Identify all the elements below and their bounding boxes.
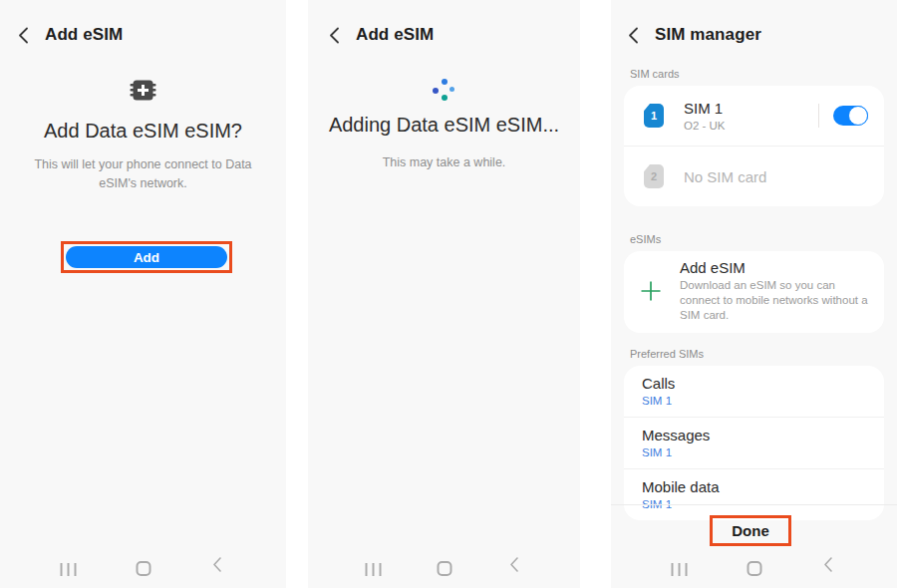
- esims-card: Add eSIM Download an eSIM so you can con…: [624, 251, 884, 333]
- sim1-badge-icon: 1: [644, 104, 664, 128]
- page-title: Add eSIM: [356, 25, 434, 45]
- preferred-value: SIM 1: [642, 395, 866, 407]
- preferred-row-mobile-data[interactable]: Mobile data SIM 1: [624, 469, 884, 520]
- recents-icon[interactable]: [58, 563, 79, 576]
- header: Add eSIM: [0, 0, 286, 49]
- progress-description: This may take a while.: [308, 153, 580, 172]
- sim2-row[interactable]: 2 No SIM card: [624, 147, 884, 206]
- page-title: SIM manager: [655, 25, 761, 45]
- navigation-bar: [308, 540, 580, 588]
- bottom-separator: [611, 504, 897, 505]
- add-esim-title: Add eSIM: [680, 259, 870, 276]
- plus-icon: [640, 280, 662, 302]
- sim1-toggle-area: [818, 104, 868, 128]
- sim1-subtitle: O2 - UK: [684, 120, 726, 132]
- toggle-divider: [818, 104, 819, 128]
- confirm-description: This will let your phone connect to Data…: [0, 155, 286, 193]
- header: Add eSIM: [308, 0, 580, 49]
- recents-icon[interactable]: [669, 563, 690, 576]
- sim1-row[interactable]: 1 SIM 1 O2 - UK: [624, 86, 884, 146]
- sim2-title: No SIM card: [684, 168, 766, 185]
- back-chevron-icon[interactable]: [329, 27, 340, 44]
- loading-spinner-icon: [433, 79, 455, 101]
- back-icon[interactable]: [213, 557, 222, 576]
- add-esim-row[interactable]: Add eSIM Download an eSIM so you can con…: [624, 251, 884, 333]
- navigation-bar: [0, 540, 286, 588]
- preferred-row-messages[interactable]: Messages SIM 1: [624, 418, 884, 468]
- sim1-toggle[interactable]: [833, 106, 868, 126]
- navigation-bar: [611, 540, 897, 588]
- progress-heading: Adding Data eSIM eSIM...: [308, 114, 580, 137]
- back-icon[interactable]: [510, 557, 519, 576]
- home-icon[interactable]: [437, 561, 451, 576]
- panel-add-esim-confirm: Add eSIM Add Data eSIM eSIM? This will l…: [0, 0, 286, 588]
- add-esim-description: Download an eSIM so you can connect to m…: [680, 278, 870, 324]
- sim-chip-icon: [0, 80, 286, 105]
- confirm-heading: Add Data eSIM eSIM?: [0, 120, 286, 143]
- header: SIM manager: [611, 0, 897, 49]
- panel-sim-manager: SIM manager SIM cards 1 SIM 1 O2 - UK 2 …: [611, 0, 897, 588]
- panel-add-esim-progress: Add eSIM Adding Data eSIM eSIM... This m…: [308, 0, 580, 588]
- add-esim-text: Add eSIM Download an eSIM so you can con…: [680, 259, 870, 324]
- back-chevron-icon[interactable]: [18, 27, 29, 44]
- sim1-text: SIM 1 O2 - UK: [684, 100, 726, 132]
- sim1-title: SIM 1: [684, 100, 726, 117]
- preferred-title: Calls: [642, 375, 866, 392]
- preferred-title: Mobile data: [642, 478, 866, 495]
- screenshot-root: Add eSIM Add Data eSIM eSIM? This will l…: [0, 0, 897, 588]
- add-button[interactable]: Add: [66, 246, 227, 268]
- preferred-sims-card: Calls SIM 1 Messages SIM 1 Mobile data S…: [624, 366, 884, 520]
- home-icon[interactable]: [747, 561, 761, 576]
- done-button[interactable]: Done: [732, 522, 769, 539]
- section-label-preferred-sims: Preferred SIMs: [630, 348, 897, 360]
- home-icon[interactable]: [136, 561, 150, 576]
- sim-cards-card: 1 SIM 1 O2 - UK 2 No SIM card: [624, 86, 884, 206]
- back-icon[interactable]: [824, 557, 833, 576]
- section-label-sim-cards: SIM cards: [630, 68, 897, 80]
- section-label-esims: eSIMs: [630, 233, 897, 245]
- highlight-box-add: Add: [61, 241, 232, 273]
- back-chevron-icon[interactable]: [628, 27, 639, 44]
- page-title: Add eSIM: [45, 25, 123, 45]
- preferred-value: SIM 1: [642, 446, 866, 458]
- toggle-knob: [848, 106, 868, 126]
- sim2-badge-icon: 2: [644, 164, 664, 188]
- preferred-title: Messages: [642, 427, 866, 443]
- recents-icon[interactable]: [363, 563, 384, 576]
- preferred-row-calls[interactable]: Calls SIM 1: [624, 366, 884, 417]
